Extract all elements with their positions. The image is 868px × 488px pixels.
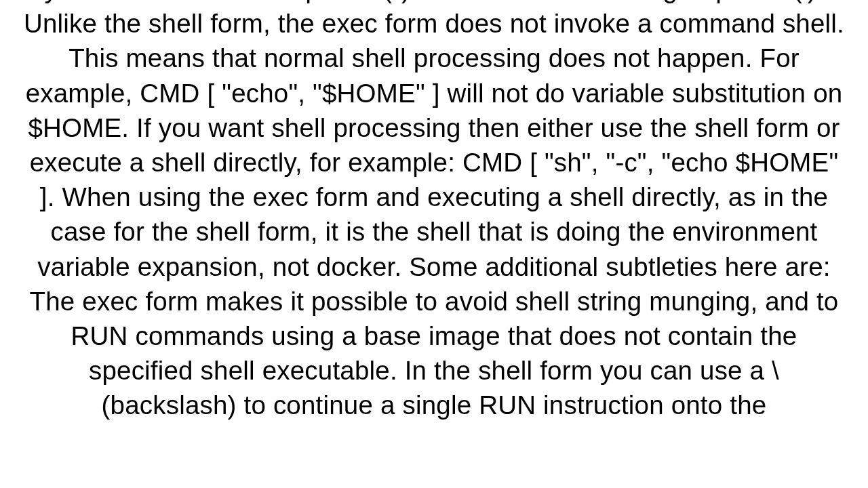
- body-paragraph: you must use double-quotes (") around wo…: [20, 0, 848, 423]
- document-page: you must use double-quotes (") around wo…: [0, 0, 868, 488]
